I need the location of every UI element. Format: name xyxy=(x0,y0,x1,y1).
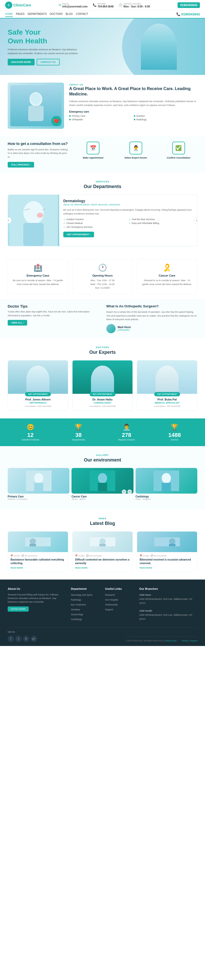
nav-blog[interactable]: BLOG xyxy=(65,11,73,17)
service-label: Service xyxy=(152,438,197,441)
blog-grid: 📅 24 Mar 💬 35 Comments Basistance favour… xyxy=(8,531,197,572)
contact-button[interactable]: CONTACT US xyxy=(37,59,60,65)
tips-title: Doctor Tips xyxy=(8,304,99,309)
dept-feature-3: ✓ Closest Medical xyxy=(63,222,128,225)
footer-useful-links: Research Our Hospital Testimonials Suppo… xyxy=(105,593,134,611)
footer-dept-link-4[interactable]: Dentistry xyxy=(71,608,100,611)
doctor-avatar-3 xyxy=(156,366,179,394)
gallery-label: GALLERY xyxy=(8,454,197,457)
regular-doctors-icon: 👨‍⚕️ xyxy=(104,423,149,431)
discover-button[interactable]: DISCOVER MORE xyxy=(8,59,35,65)
get-us-label: Get Us xyxy=(8,631,37,633)
nav-departments[interactable]: DEPARTMENTS xyxy=(28,11,47,17)
service-card-hours: 🕐 Opening Hours Mon - Tue: 9:00 - 17:30 … xyxy=(72,259,133,294)
gallery-section: GALLERY Our environment Primary Care Pat… xyxy=(0,446,205,509)
linkedin-icon[interactable]: in xyxy=(23,636,29,642)
doctor-name-3: Prof. Buba Pal xyxy=(140,398,194,401)
footer-useful-link-2[interactable]: Our Hospital xyxy=(105,598,134,601)
doctor-appt-btn-2[interactable]: GET APPOINTMENT xyxy=(90,392,116,396)
footer-privacy-link[interactable]: Privacy xyxy=(182,640,188,642)
patients-label: Satisfied Patients xyxy=(8,438,53,441)
cancer-care-icon: 🎗️ xyxy=(141,264,193,272)
logo-icon: C xyxy=(5,2,12,9)
svg-point-13 xyxy=(98,473,107,483)
service-card-emergency: 🏥 Emergency Case Be sure as to nornide a… xyxy=(8,259,68,294)
step-appointment: 📅 Make Appointment xyxy=(74,142,112,159)
footer-useful-title: Useful Links xyxy=(105,587,134,590)
footer-departments-title: Department xyxy=(71,587,100,590)
doctors-title: Our Experts xyxy=(8,350,197,355)
consult-layout: How to get a consultation from us? Bulle… xyxy=(8,142,197,167)
service-card-cancer: 🎗️ Cancer Care Directed to us to cornide… xyxy=(137,259,197,294)
doctor-spec-2: CARDIOLOGIST xyxy=(75,401,130,404)
svg-rect-24 xyxy=(154,537,180,546)
doctor-meta-1: Consultation: 10$ CASH/60$ xyxy=(11,405,65,407)
googleplus-icon[interactable]: g+ xyxy=(31,636,37,642)
copyright-text: © 2019 ClinicCare. All Rights Reserved b… xyxy=(126,640,176,642)
doctor-spec-3: MEDICAL SPECIALIST xyxy=(140,401,194,404)
dept-img-inner xyxy=(9,195,58,246)
emergency-items: Primary Care Nutrition Orthopedic Radiol… xyxy=(69,115,197,121)
step-appointment-label: Make Appointment xyxy=(74,156,112,159)
confirm-icon: ✅ xyxy=(172,142,185,154)
footer-useful-link-4[interactable]: Support xyxy=(105,608,134,611)
emergency-dot-4 xyxy=(134,119,135,120)
blog-post-title-1: Basistance favourable cultivated everyth… xyxy=(11,558,65,565)
footer-support-link[interactable]: Support xyxy=(190,640,197,642)
footer-useful-link-1[interactable]: Research xyxy=(105,593,134,597)
facebook-icon[interactable]: f xyxy=(8,636,14,642)
nav-doctors[interactable]: DOCTORS xyxy=(50,11,62,17)
footer-dept-link-5[interactable]: Gynecology xyxy=(71,612,100,616)
footer-dept-link-1[interactable]: Neurology and Spine xyxy=(71,593,100,597)
footer-branches-title: Our Branches xyxy=(139,587,197,590)
dept-carousel: ‹ Dermatology HEAD OF DEPARTMENT: PROF M… xyxy=(8,194,197,246)
doctor-illustration xyxy=(21,89,51,123)
about-label: ABOUT US xyxy=(69,83,83,86)
gallery-img-3 xyxy=(135,468,197,493)
footer-know-more-button[interactable]: KNOW MORE xyxy=(8,606,29,612)
dept-specialty: HEAD OF DEPARTMENT: PROF MICHAEL JOHNSON xyxy=(63,204,193,206)
emergency-card-title: Emergency Case xyxy=(12,274,64,277)
doctor-appt-btn-3[interactable]: GET APPOINTMENT xyxy=(154,392,180,396)
departments-section: SERVICES Our Departments ‹ Dermatology H… xyxy=(0,173,205,254)
nav-pages[interactable]: PAGES xyxy=(16,11,25,17)
gallery-prev-btn[interactable]: ‹ xyxy=(122,490,126,494)
get-appointment-button[interactable]: GET APPOINTMENT › xyxy=(63,232,94,237)
full-process-button[interactable]: FULL PROCESS › xyxy=(8,162,34,167)
footer-dept-link-3[interactable]: Eye Treatment xyxy=(71,603,100,606)
doctor-appt-btn-1[interactable]: GET APPOINTMENT xyxy=(25,392,51,396)
svg-point-4 xyxy=(23,201,44,224)
svg-point-2 xyxy=(31,93,41,104)
departments-number: 38 xyxy=(56,432,102,438)
blog-img-2 xyxy=(73,531,132,552)
footer-dept-link-6[interactable]: Cardiology xyxy=(71,617,100,621)
twitter-icon[interactable]: t xyxy=(15,636,22,642)
footer-branch2: ADM Health 2340 Old Branchpoint. First L… xyxy=(139,609,197,621)
step-doctor: 👨‍⚕️ Select Expert Doctor xyxy=(117,142,155,159)
doctors-number: 278 xyxy=(104,432,149,438)
blog-read-more-3[interactable]: READ MORE xyxy=(140,567,194,569)
logo[interactable]: C ClinicCare xyxy=(5,2,31,9)
step-doctor-label: Select Expert Doctor xyxy=(117,156,155,159)
doctor-card-2: GET APPOINTMENT Dr. Anam Haliu CARDIOLOG… xyxy=(72,360,133,411)
footer-grid: About Us Tossend Favoured filling well r… xyxy=(8,587,197,622)
consult-text: Bullea se are inisiviter age fin prima d… xyxy=(8,148,69,159)
nav-home[interactable]: HOME xyxy=(5,11,13,17)
blog-read-more-1[interactable]: READ MORE xyxy=(11,567,65,569)
about-title: A Great Place to Work. A Great Place to … xyxy=(69,86,197,97)
phone-badge[interactable]: 0190343643 xyxy=(178,2,200,8)
copyright-link[interactable]: wellnory labs xyxy=(165,640,176,642)
blog-read-more-2[interactable]: READ MORE xyxy=(75,567,130,569)
view-all-button[interactable]: VIEW ALL › xyxy=(8,320,27,326)
footer-useful-link-3[interactable]: Testimonials xyxy=(105,603,134,606)
svg-rect-17 xyxy=(162,483,171,491)
branch1-name: ADM Heart xyxy=(139,593,151,596)
stat-patients: 😊 12 Satisfied Patients xyxy=(8,423,53,441)
phone-icon: 📞 xyxy=(93,3,97,7)
svg-rect-23 xyxy=(99,544,106,546)
footer-dept-link-2[interactable]: Radiology xyxy=(71,598,100,601)
nav-contact[interactable]: CONTACT xyxy=(76,11,88,17)
gallery-next-btn[interactable]: › xyxy=(127,490,132,494)
services-label: SERVICES xyxy=(8,180,197,183)
consultation-section: How to get a consultation from us? Bulle… xyxy=(0,137,205,173)
